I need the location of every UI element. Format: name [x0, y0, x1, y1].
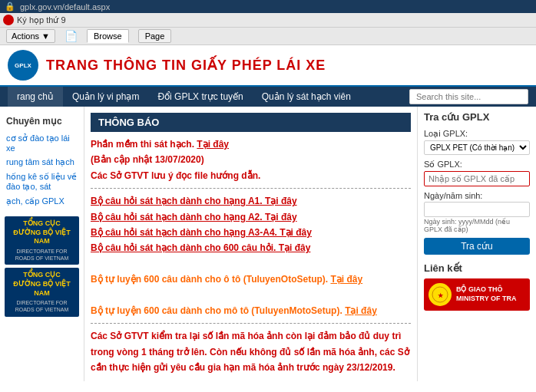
ministry-sub: MINISTRY OF TRA	[456, 295, 517, 304]
ribbon: Actions ▼ 📄 Browse Page	[0, 28, 536, 45]
site-header: GPLX TRANG THÔNG TIN GIẤY PHÉP LÁI XE	[0, 45, 536, 87]
ministry-seal-icon: ★	[431, 285, 449, 304]
nav-item-doi-gplx[interactable]: Đổi GPLX trực tuyến	[148, 87, 252, 107]
notice-line1: Phần mềm thi sát hạch. Tại đây	[91, 139, 229, 150]
logo-text: GPLX	[15, 62, 31, 69]
lien-ket-title: Liên kết	[424, 262, 530, 274]
ngay-sinh-input[interactable]	[424, 202, 530, 217]
ngay-hint: Ngày sinh: yyyy/MMdd (nếu GPLX đã cấp)	[424, 218, 530, 233]
so-gplx-group: Số GPLX:	[424, 160, 530, 186]
notice-divider	[91, 188, 411, 189]
site-logo: GPLX	[8, 50, 38, 81]
loai-select[interactable]: GPLX PET (Có thời hạn) GPLX Không thời h…	[424, 140, 530, 155]
ngay-label: Ngày/năm sinh:	[424, 191, 530, 200]
ministry-box: ★ BỘ GIAO THÔ MINISTRY OF TRA	[424, 278, 530, 311]
sidebar-title: Chuyên mục	[0, 113, 84, 131]
ministry-seal: ★	[428, 283, 452, 306]
sidebar-item-cap-gplx[interactable]: ạch, cấp GPLX	[0, 194, 84, 209]
ky-hop-label: Ký họp thứ 9	[17, 15, 66, 25]
sidebar-logo-1-title: TỔNG CỤC ĐƯỜNG BỘ VIỆT NAM	[9, 219, 74, 246]
red-circle-icon	[3, 15, 14, 25]
sidebar: Chuyên mục cơ sở đào tạo lái xe rung tâm…	[0, 107, 84, 381]
ministry-text-group: BỘ GIAO THÔ MINISTRY OF TRA	[456, 285, 517, 303]
main-layout: Chuyên mục cơ sở đào tạo lái xe rung tâm…	[0, 107, 536, 381]
notice-warning: Các Sở GTVT kiểm tra lại số lần mã hóa ả…	[91, 328, 411, 375]
notice-header: THÔNG BÁO	[91, 113, 411, 132]
page-tab[interactable]: Page	[138, 29, 172, 43]
actions-label: Actions	[12, 31, 39, 41]
site-title: TRANG THÔNG TIN GIẤY PHÉP LÁI XE	[46, 57, 326, 74]
link-600[interactable]: Bộ câu hỏi sát hạch dành cho 600 câu hỏi…	[91, 240, 411, 255]
loai-gplx-group: Loại GPLX: GPLX PET (Có thời hạn) GPLX K…	[424, 129, 530, 155]
toolbar-row: Ký họp thứ 9	[0, 13, 536, 28]
lock-icon: 🔒	[5, 2, 15, 12]
nav-bar: rang chủ Quản lý vi phạm Đổi GPLX trực t…	[0, 87, 536, 107]
sidebar-item-thong-ke[interactable]: hống kê số liệu về đào tạo, sát	[0, 170, 84, 194]
notice-line2: (Bản cập nhật 13/07/2020)	[91, 154, 204, 165]
notice-divider2	[91, 323, 411, 324]
notice-line3: Các Sở GTVT lưu ý đọc file hướng dẫn.	[91, 170, 260, 181]
nav-search	[409, 89, 528, 104]
sidebar-item-trung-tam[interactable]: rung tâm sát hạch	[0, 155, 84, 170]
nav-item-trang-chu[interactable]: rang chủ	[8, 87, 63, 107]
loai-label: Loại GPLX:	[424, 129, 530, 139]
ministry-name: BỘ GIAO THÔ	[456, 285, 517, 295]
link-a3a4[interactable]: Bộ câu hỏi sát hạch dành cho hạng A3-A4.…	[91, 225, 411, 240]
sidebar-logo-2-title: TỔNG CỤC ĐƯỜNG BỘ VIỆT NAM	[9, 271, 74, 298]
link-oto[interactable]: Tại đây	[330, 274, 362, 285]
right-panel: Tra cứu GPLX Loại GPLX: GPLX PET (Có thờ…	[417, 107, 536, 381]
actions-button[interactable]: Actions ▼	[6, 29, 55, 43]
actions-chevron: ▼	[41, 31, 50, 41]
tra-cuu-button[interactable]: Tra cứu	[424, 238, 530, 255]
content-area: THÔNG BÁO Phần mềm thi sát hạch. Tại đây…	[84, 107, 417, 381]
notice-body: Phần mềm thi sát hạch. Tại đây (Bản cập …	[91, 137, 411, 375]
so-gplx-input[interactable]	[424, 171, 530, 186]
sidebar-logo-1: TỔNG CỤC ĐƯỜNG BỘ VIỆT NAM DIRECTORATE F…	[5, 216, 79, 265]
sidebar-item-co-so[interactable]: cơ sở đào tạo lái xe	[0, 131, 84, 155]
nav-item-sat-hach-vien[interactable]: Quản lý sát hạch viên	[253, 87, 360, 107]
link-moto[interactable]: Tại đây	[345, 305, 377, 316]
sidebar-logos: TỔNG CỤC ĐƯỜNG BỘ VIỆT NAM DIRECTORATE F…	[0, 216, 84, 317]
search-input[interactable]	[409, 89, 528, 104]
notice-auto-oto: Bộ tự luyện 600 câu dành cho ô tô (Tuluy…	[91, 274, 362, 285]
browse-tab[interactable]: Browse	[87, 29, 129, 43]
sidebar-logo-1-sub: DIRECTORATE FOR ROADS OF VIETNAM	[9, 248, 74, 262]
top-bar: 🔒 gplx.gov.vn/default.aspx	[0, 0, 536, 13]
sidebar-logo-2-sub: DIRECTORATE FOR ROADS OF VIETNAM	[9, 299, 74, 313]
so-label: Số GPLX:	[424, 160, 530, 170]
ngay-sinh-group: Ngày/năm sinh: Ngày sinh: yyyy/MMdd (nếu…	[424, 191, 530, 233]
sidebar-logo-2: TỔNG CỤC ĐƯỜNG BỘ VIỆT NAM DIRECTORATE F…	[5, 268, 79, 316]
svg-text:★: ★	[438, 292, 444, 299]
link-a1[interactable]: Bộ câu hỏi sát hạch dành cho hạng A1. Tạ…	[91, 193, 411, 209]
url-text: gplx.gov.vn/default.aspx	[20, 2, 110, 12]
link-a2[interactable]: Bộ câu hỏi sát hạch dành cho hạng A2. Tạ…	[91, 209, 411, 225]
tra-cuu-title: Tra cứu GPLX	[424, 111, 530, 123]
nav-item-vi-pham[interactable]: Quản lý vi phạm	[63, 87, 148, 107]
page-icon: 📄	[65, 30, 78, 42]
link-phan-mem[interactable]: Tại đây	[197, 139, 229, 150]
notice-auto-moto: Bộ tự luyện 600 câu dành cho mô tô (Tulu…	[91, 305, 377, 316]
